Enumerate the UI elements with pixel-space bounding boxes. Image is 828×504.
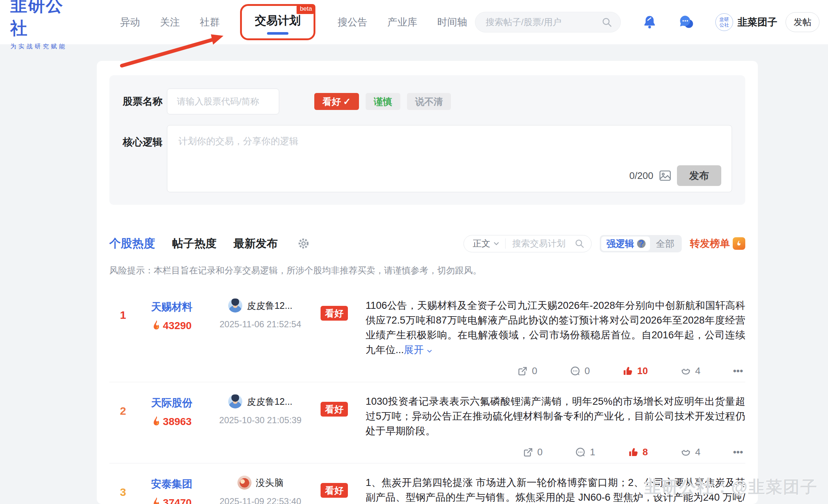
- brand-tagline: 为实战研究赋能: [10, 43, 79, 51]
- brand-logo[interactable]: 韭研公社 为实战研究赋能: [10, 0, 79, 51]
- stance-selector: 看好 ✓ 谨慎 说不清: [314, 93, 451, 110]
- username[interactable]: 韭菜团子: [738, 15, 777, 29]
- poster-name[interactable]: 皮皮鲁12...: [247, 396, 292, 408]
- nav-item-shequn[interactable]: 社群: [200, 15, 220, 29]
- reward-button[interactable]: 4: [680, 446, 700, 458]
- poster-avatar[interactable]: [228, 394, 242, 408]
- flame-icon: [152, 497, 161, 504]
- stock-name-input[interactable]: [167, 89, 279, 114]
- thumbs-up-icon: [628, 447, 639, 458]
- filter-strong-logic[interactable]: 强逻辑 ?: [601, 237, 650, 251]
- messages-chat-icon[interactable]: [678, 14, 695, 30]
- heat-score: 43290: [137, 320, 207, 332]
- avatar-text-line1: 韭研: [719, 17, 729, 22]
- global-search-input[interactable]: [486, 17, 601, 27]
- expand-link[interactable]: 展开: [404, 344, 433, 355]
- like-button[interactable]: 10: [622, 365, 648, 377]
- comment-button[interactable]: 0: [570, 365, 590, 377]
- stock-link[interactable]: 天赐材料: [137, 300, 207, 314]
- comment-count: 0: [585, 365, 590, 377]
- share-icon: [523, 447, 534, 458]
- like-button[interactable]: 8: [628, 446, 648, 458]
- share-count: 0: [537, 446, 543, 458]
- search-icon[interactable]: [601, 17, 612, 28]
- reward-bowl-icon: [680, 447, 691, 458]
- scope-value: 正文: [473, 238, 490, 249]
- more-icon: •••: [733, 446, 743, 458]
- stance-unsure-button[interactable]: 说不清: [407, 93, 451, 110]
- page: 韭研公社 为实战研究赋能 异动 关注 社群 交易计划 beta 搜公告 产业库 …: [0, 0, 828, 504]
- stance-cautious-label: 谨慎: [374, 96, 392, 108]
- stance-badge: 看好: [321, 402, 348, 417]
- forward-board-icon: [733, 237, 745, 250]
- core-logic-label: 核心逻辑: [123, 125, 167, 192]
- post-row-3: 3 安泰集团 37470 没头脑 2025-11-09 22:53:40: [109, 463, 745, 504]
- nav-item-chanyeku[interactable]: 产业库: [387, 15, 417, 29]
- global-search[interactable]: [475, 12, 621, 32]
- scope-dropdown[interactable]: 正文: [464, 238, 505, 249]
- forward-board-label: 转发榜单: [690, 237, 730, 250]
- expand-label: 展开: [404, 344, 424, 355]
- poster-name[interactable]: 没头脑: [256, 477, 284, 489]
- settings-gear-icon[interactable]: [297, 237, 310, 250]
- flame-icon: [152, 320, 161, 331]
- more-button[interactable]: •••: [733, 365, 743, 377]
- nav-item-sougonggao[interactable]: 搜公告: [338, 15, 367, 29]
- more-button[interactable]: •••: [733, 446, 743, 458]
- nav-item-trading-plan[interactable]: 交易计划: [255, 13, 301, 28]
- new-post-button[interactable]: 发帖: [786, 12, 820, 32]
- tab-stock-heat[interactable]: 个股热度: [109, 236, 155, 251]
- rank-number: 1: [109, 295, 137, 382]
- post-content: 1106公告，天赐材料及全资子公司九江天赐2026年-2028年分别向中创新航和…: [366, 298, 745, 357]
- stance-unsure-label: 说不清: [415, 96, 443, 108]
- core-logic-field: 0/200 发布: [167, 125, 732, 192]
- comment-button[interactable]: 1: [575, 446, 595, 458]
- tab-latest[interactable]: 最新发布: [233, 236, 278, 251]
- comment-icon: [570, 366, 581, 377]
- forward-board-link[interactable]: 转发榜单: [690, 237, 745, 250]
- stock-link[interactable]: 安泰集团: [137, 477, 207, 491]
- more-icon: •••: [733, 365, 743, 377]
- heat-value: 38963: [163, 416, 192, 428]
- poster-name[interactable]: 皮皮鲁12...: [247, 300, 292, 312]
- share-button[interactable]: 0: [523, 446, 543, 458]
- poster-avatar[interactable]: [228, 298, 242, 313]
- main-nav: 异动 关注 社群 交易计划 beta 搜公告 产业库 时间轴: [120, 0, 467, 44]
- list-toolbar: 个股热度 帖子热度 最新发布 正文: [109, 235, 745, 252]
- tab-post-heat[interactable]: 帖子热度: [172, 236, 216, 251]
- post-row-2: 2 天际股份 38963 皮皮鲁12... 2025-10-30 21:05:3…: [109, 382, 745, 463]
- post-content: 1、焦炭开启第四轮提涨 市场进入新一轮价格博弈窗口期；2、公司主要从事焦炭及其副…: [366, 475, 745, 504]
- plan-search-input[interactable]: [506, 238, 574, 249]
- nav-item-shijianzhou[interactable]: 时间轴: [437, 15, 467, 29]
- share-icon: [517, 366, 528, 377]
- heat-value: 37470: [163, 497, 192, 504]
- nav-item-yidong[interactable]: 异动: [120, 15, 140, 29]
- nav-item-guanzhu[interactable]: 关注: [160, 15, 180, 29]
- insert-image-icon[interactable]: [659, 170, 671, 181]
- poster-avatar[interactable]: [237, 476, 252, 490]
- heat-score: 38963: [137, 416, 207, 428]
- stance-cautious-button[interactable]: 谨慎: [366, 93, 400, 110]
- rank-number: 2: [109, 391, 137, 463]
- stock-link[interactable]: 天际股份: [137, 396, 207, 410]
- share-button[interactable]: 0: [517, 365, 537, 377]
- help-question-icon[interactable]: ?: [637, 239, 646, 248]
- search-icon[interactable]: [574, 238, 591, 249]
- avatar-text-line2: 公社: [719, 22, 729, 28]
- top-navbar: 韭研公社 为实战研究赋能 异动 关注 社群 交易计划 beta 搜公告 产业库 …: [0, 0, 828, 44]
- user-avatar[interactable]: 韭研 公社: [715, 13, 733, 31]
- heat-score: 37470: [137, 497, 207, 504]
- filter-all[interactable]: 全部: [650, 238, 680, 250]
- publish-button[interactable]: 发布: [677, 165, 721, 186]
- stance-bullish-button[interactable]: 看好 ✓: [314, 93, 359, 110]
- strong-logic-label: 强逻辑: [606, 238, 634, 250]
- stance-bullish-label: 看好: [322, 96, 341, 108]
- post-content: 1030投资者记录表表示六氟磷酸锂满产满销，明年25%的市场增长对应明年出货量超…: [366, 394, 745, 438]
- share-count: 0: [532, 365, 537, 377]
- post-date: 2025-11-09 22:53:40: [207, 496, 314, 504]
- post-date: 2025-10-30 21:05:39: [207, 415, 314, 425]
- annotation-box-trading-plan: 交易计划 beta: [240, 4, 315, 40]
- reward-button[interactable]: 4: [680, 365, 700, 377]
- notification-bell-icon[interactable]: [641, 14, 658, 30]
- stock-name-label: 股票名称: [123, 95, 167, 108]
